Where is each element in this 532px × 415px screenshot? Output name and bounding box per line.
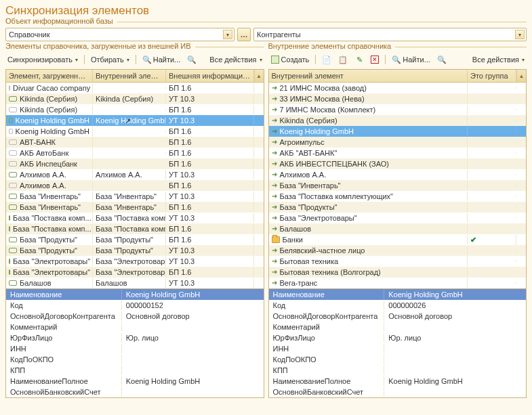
find-button-right[interactable]: 🔍Найти...: [390, 54, 432, 65]
right-details: НаименованиеKoenig Holding GmbHКод000000…: [268, 289, 527, 398]
scroll-up-icon[interactable]: ▲: [516, 70, 526, 82]
link-icon: [9, 204, 17, 210]
link-icon: [9, 259, 10, 264]
table-row[interactable]: Kikinda (Сербия)БП 1.6: [6, 104, 264, 115]
edit-button[interactable]: ✎: [352, 54, 366, 65]
table-row[interactable]: ➔Kikinda (Сербия): [269, 115, 527, 126]
table-row[interactable]: ➔Бытовая техника: [269, 256, 527, 267]
table-row[interactable]: ➔База "Инвентарь": [269, 180, 527, 191]
table-row[interactable]: ➔Балашов: [269, 223, 527, 234]
table-row[interactable]: ➔21 ИМНС Москва (завод): [269, 83, 527, 93]
table-row[interactable]: ➔Белявский-частное лицо: [269, 245, 527, 256]
table-row[interactable]: АКБ ИнспецбанкБП 1.6: [6, 158, 264, 169]
item-icon: ➔: [272, 258, 277, 265]
separator: [136, 55, 136, 64]
table-row[interactable]: База "Инвентарь"База "Инвентарь"БП 1.6: [6, 202, 264, 213]
col-internal-element[interactable]: Внутренний элемент: [269, 70, 468, 82]
check-icon: ✔: [470, 236, 476, 244]
catalog-browse-button[interactable]: …: [237, 28, 251, 41]
table-row[interactable]: Алхимов А.А.Алхимов А.А.УТ 10.3: [6, 169, 264, 180]
table-row[interactable]: База "Продукты"База "Продукты"БП 1.6: [6, 234, 264, 245]
sync-button[interactable]: Синхронизировать▾: [5, 55, 80, 64]
col-is-group[interactable]: Это группа: [468, 70, 516, 82]
create-folder-button[interactable]: 📄: [320, 54, 333, 65]
detail-head-value: Koenig Holding GmbH: [384, 290, 526, 299]
find-icon: 🔍: [392, 55, 401, 64]
find-button[interactable]: 🔍Найти...: [140, 54, 183, 65]
scroll-up-icon[interactable]: ▲: [254, 70, 264, 82]
create-button[interactable]: Создать: [268, 54, 312, 65]
detail-row: ОсновнойДоговорКонтрагентаОсновной догов…: [269, 311, 527, 322]
table-row[interactable]: ➔АКБ ИНВЕСТСПЕЦБАНК (ЗАО): [269, 158, 527, 169]
table-row[interactable]: ➔Koenig Holding GmbH: [269, 126, 527, 137]
chevron-down-icon: ▾: [223, 30, 232, 39]
right-grid-body: ➔21 ИМНС Москва (завод)➔33 ИМНС Москва (…: [269, 83, 527, 288]
unlink-icon: [9, 85, 10, 91]
table-row[interactable]: База "Электротовары"База "Электротовары"…: [6, 256, 264, 267]
table-row[interactable]: ➔База "Электротовары": [269, 213, 527, 223]
table-row[interactable]: ➔АКБ "АВТ-БАНК": [269, 148, 527, 158]
link-icon: [9, 172, 17, 177]
item-icon: ➔: [272, 160, 277, 167]
col-internal-element[interactable]: Внутренний элемент: [93, 70, 166, 82]
delete-button[interactable]: ✕: [369, 55, 381, 64]
right-legend: Внутренние элементы справочника: [268, 42, 396, 50]
table-row[interactable]: ➔Вега-транс: [269, 278, 527, 288]
folder-icon: [272, 236, 280, 243]
detail-row: Код000000152: [6, 300, 264, 311]
create-folder-icon: 📄: [322, 55, 331, 64]
item-icon: ➔: [272, 139, 277, 146]
table-row[interactable]: ➔Бытовая техника (Волгоград): [269, 267, 527, 278]
clear-find-button-right[interactable]: 🔍: [435, 54, 449, 65]
left-grid[interactable]: Элемент, загруженный из ... Внутренний э…: [5, 69, 264, 289]
clear-find-icon: 🔍: [437, 55, 447, 64]
link-icon: [9, 280, 17, 286]
detail-row: НаименованиеПолноеKoenig Holding GmbH: [6, 376, 264, 387]
col-external-base[interactable]: Внешняя информационна...: [166, 70, 254, 82]
link-icon: [9, 237, 17, 242]
table-row[interactable]: АВТ-БАНКБП 1.6: [6, 137, 264, 148]
item-icon: ➔: [272, 95, 277, 102]
right-grid-header: Внутренний элемент Это группа ▲: [269, 70, 527, 83]
item-icon: ➔: [272, 215, 277, 221]
table-row[interactable]: ➔7 ИМНС Москва (Комплект): [269, 104, 527, 115]
table-row[interactable]: Koenig Holding GmbHБП 1.6: [6, 126, 264, 137]
table-row[interactable]: ➔База "Поставка комплектующих": [269, 191, 527, 202]
left-all-actions-button[interactable]: Все действия▾: [207, 55, 264, 64]
filter-button[interactable]: Отбирать▾: [89, 55, 131, 64]
item-icon: ➔: [272, 171, 277, 178]
col-external-element[interactable]: Элемент, загруженный из ...: [6, 70, 93, 82]
table-row[interactable]: База "Инвентарь"База "Инвентарь"УТ 10.3: [6, 191, 264, 202]
table-row[interactable]: Банки✔: [269, 234, 527, 245]
right-toolbar: Создать 📄 📋 ✎ ✕ 🔍Найти... 🔍 Все действия…: [268, 53, 527, 68]
left-details: НаименованиеKoenig Holding GmbHКод000000…: [5, 289, 264, 398]
table-row[interactable]: ➔Агроимпульс: [269, 137, 527, 148]
detail-row: Комментарий: [6, 322, 264, 332]
detail-row: ОсновнойБанковскийСчет: [269, 387, 527, 397]
chevron-down-icon: ▾: [260, 57, 262, 63]
copy-button[interactable]: 📋: [336, 54, 350, 65]
table-row[interactable]: ➔Алхимов А.А.: [269, 169, 527, 180]
table-row[interactable]: ➔33 ИМНС Москва (Нева): [269, 93, 527, 104]
right-grid[interactable]: Внутренний элемент Это группа ▲ ➔21 ИМНС…: [268, 69, 527, 289]
table-row[interactable]: База "Продукты"База "Продукты"УТ 10.3: [6, 245, 264, 256]
table-row[interactable]: Koenig Holding GmbHKoenig Holding GmbHУТ…: [6, 115, 264, 126]
table-row[interactable]: АКБ АвтоБанкБП 1.6: [6, 148, 264, 158]
find-icon: 🔍: [142, 55, 152, 64]
type-select[interactable]: Контрагенты ▾: [253, 28, 527, 41]
detail-row: Комментарий: [269, 322, 527, 332]
table-row[interactable]: Divuar Cacao companyБП 1.6: [6, 83, 264, 93]
table-row[interactable]: База "Поставка комп...База "Поставка ком…: [6, 213, 264, 223]
edit-icon: ✎: [354, 55, 364, 64]
right-all-actions-button[interactable]: Все действия▾: [470, 55, 527, 64]
catalog-select[interactable]: Справочник ▾: [5, 28, 234, 41]
item-icon: ➔: [272, 280, 277, 286]
item-icon: ➔: [272, 117, 277, 124]
table-row[interactable]: Алхимов А.А.БП 1.6: [6, 180, 264, 191]
table-row[interactable]: ➔База "Продукты": [269, 202, 527, 213]
table-row[interactable]: БалашовБалашовУТ 10.3: [6, 278, 264, 288]
table-row[interactable]: Kikinda (Сербия)Kikinda (Сербия)УТ 10.3: [6, 93, 264, 104]
table-row[interactable]: База "Поставка комп...База "Поставка ком…: [6, 223, 264, 234]
table-row[interactable]: База "Электротовары"База "Электротовары"…: [6, 267, 264, 278]
clear-find-button[interactable]: 🔍: [185, 54, 199, 65]
